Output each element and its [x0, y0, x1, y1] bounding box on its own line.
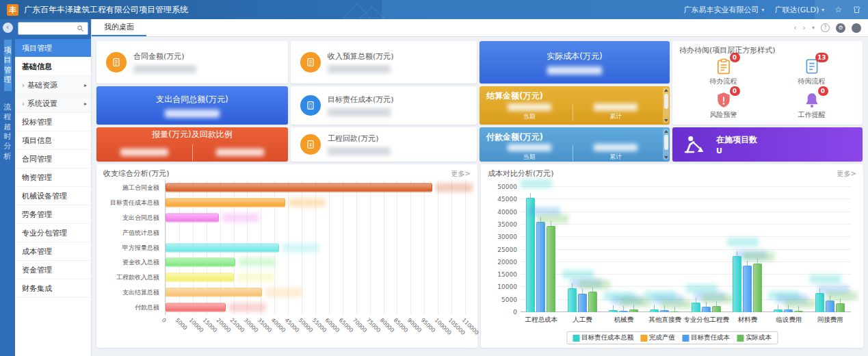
- scroll-down-icon[interactable]: [664, 156, 668, 159]
- bar-工程款收入总额[interactable]: [166, 273, 234, 282]
- bar-付款总额[interactable]: [166, 303, 226, 312]
- sidebar-item-基础信息[interactable]: 基础信息: [15, 58, 91, 76]
- card-scrollbar[interactable]: [663, 88, 669, 123]
- legend-item-目标责任成本[interactable]: 目标责任成本: [682, 333, 730, 342]
- todo-item-风险预警[interactable]: 0风险预警: [679, 89, 767, 123]
- bar-目标责任成本总额-专业分包工程费[interactable]: [692, 303, 700, 312]
- bar-目标责任成本总额-临设费用[interactable]: [774, 309, 782, 312]
- bar-实际成本-专业分包工程费[interactable]: [712, 306, 721, 312]
- card-payment-amount[interactable]: 付款金额(万元) 当期 累计: [479, 127, 670, 162]
- tab-my-desktop[interactable]: 我的桌面: [92, 19, 146, 36]
- sidebar-collapse-button[interactable]: ‹: [3, 23, 13, 33]
- todo-item-待办流程[interactable]: 0待办流程: [679, 55, 767, 89]
- bar-实际成本-临设费用[interactable]: [794, 311, 803, 312]
- card-contract-amount[interactable]: 合同金额(万元): [96, 41, 288, 84]
- bar-目标责任成本总额-材料费[interactable]: [733, 256, 741, 312]
- more-link[interactable]: 更多>: [451, 169, 471, 179]
- bar-目标责任成本总额-机械费[interactable]: [609, 310, 618, 312]
- bar-目标责任成本总额-其他直接费[interactable]: [650, 309, 659, 312]
- scroll-up-icon[interactable]: [664, 89, 668, 92]
- sidebar-item-label: 项目信息: [22, 136, 52, 146]
- tab-nav-forward-icon[interactable]: ›: [803, 24, 806, 31]
- sidebar-item-成本管理[interactable]: 成本管理: [15, 242, 91, 261]
- theme-shirt-icon[interactable]: [852, 5, 861, 14]
- legend-item-目标责任成本总额[interactable]: 目标责任成本总额: [573, 333, 633, 342]
- bar-甲方报量总额[interactable]: [166, 243, 279, 252]
- more-link[interactable]: 更多>: [837, 169, 856, 179]
- sidebar-item-项目管理[interactable]: 项目管理: [15, 39, 91, 58]
- bar-目标责任成本-材料费[interactable]: [743, 266, 752, 312]
- sidebar-item-劳务管理[interactable]: 劳务管理: [15, 205, 91, 224]
- sidebar-item-资金管理[interactable]: 资金管理: [15, 261, 91, 279]
- x-category-label: 机械费: [614, 316, 634, 325]
- bar-目标责任成本-其他直接费[interactable]: [660, 310, 669, 312]
- bar-目标责任成本-机械费[interactable]: [619, 311, 628, 312]
- bar-目标责任成本总额-人工费[interactable]: [568, 288, 577, 312]
- x-tick-label: 45000: [283, 317, 300, 333]
- bar-实际成本-其他直接费[interactable]: [670, 312, 679, 312]
- bar-实际成本-工程总成本[interactable]: [547, 226, 555, 312]
- tab-list-dropdown-icon[interactable]: ▾: [812, 25, 815, 31]
- rail-item-项目管理[interactable]: 项目管理: [4, 40, 12, 91]
- profile-avatar-icon[interactable]: [852, 23, 861, 33]
- bar-实际成本-材料费[interactable]: [753, 264, 762, 312]
- scroll-thumb[interactable]: [664, 135, 668, 150]
- card-income-budget-total[interactable]: 收入预算总额(万元): [291, 41, 477, 84]
- sidebar-item-专业分包管理[interactable]: 专业分包管理: [15, 224, 91, 242]
- badge-count: 13: [815, 53, 828, 62]
- sidebar-item-财务集成[interactable]: 财务集成: [15, 279, 91, 298]
- card-target-responsibility-cost[interactable]: 目标责任成本(万元): [291, 86, 477, 125]
- sidebar-item-投标管理[interactable]: 投标管理: [15, 113, 91, 131]
- legend-item-完成产值[interactable]: 完成产值: [640, 333, 675, 342]
- todo-item-待阅流程[interactable]: 13待阅流程: [767, 55, 856, 89]
- gridline: [521, 236, 851, 237]
- card-settlement-amount[interactable]: 结算金额(万元) 当期 累计: [479, 86, 670, 125]
- bar-目标责任成本-临设费用[interactable]: [784, 309, 793, 312]
- whisker-line: [654, 305, 655, 309]
- gridline: [521, 249, 851, 250]
- card-actual-cost[interactable]: 实际成本(万元): [479, 41, 670, 84]
- bar-实际成本-机械费[interactable]: [629, 309, 638, 312]
- bar-资金收入总额[interactable]: [166, 258, 235, 267]
- sidebar-item-项目信息[interactable]: 项目信息: [15, 131, 91, 150]
- bar-目标责任成本-人工费[interactable]: [578, 294, 587, 312]
- bar-施工合同金额[interactable]: [166, 183, 432, 192]
- company-switcher[interactable]: 广东易丰实业有限公司 ▾: [683, 5, 764, 15]
- todo-item-工作提醒[interactable]: 0工作提醒: [767, 89, 856, 123]
- bar-支出结算总额[interactable]: [166, 288, 262, 297]
- card-scrollbar[interactable]: [663, 129, 669, 160]
- card-report-and-ratio[interactable]: 报量(万元)及回款比例: [96, 127, 288, 162]
- bar-实际成本-人工费[interactable]: [588, 292, 597, 312]
- mountain-watermark-icon: [337, 1, 391, 18]
- todo-item-label: 风险预警: [710, 110, 737, 120]
- card-project-receipt[interactable]: 工程回款(万元): [291, 127, 477, 162]
- x-category-label: 临设费用: [776, 316, 802, 325]
- scroll-up-icon[interactable]: [664, 130, 668, 133]
- search-input[interactable]: [22, 25, 77, 32]
- user-menu[interactable]: 广联达(GLD) ▾: [775, 5, 825, 15]
- scroll-thumb[interactable]: [664, 94, 668, 109]
- bar-目标责任成本总额-间接费用[interactable]: [815, 293, 824, 312]
- sidebar-item-物资管理[interactable]: 物资管理: [15, 168, 91, 187]
- favorite-star-icon[interactable]: ☆: [834, 5, 842, 14]
- bar-支出合同总额[interactable]: [166, 213, 219, 222]
- bar-目标责任成本-间接费用[interactable]: [826, 301, 834, 312]
- tab-nav-back-icon[interactable]: ‹: [793, 24, 796, 31]
- card-active-projects[interactable]: 在施项目数 U: [672, 127, 863, 162]
- redacted-value: [328, 108, 391, 116]
- sidebar-item-合同管理[interactable]: 合同管理: [15, 150, 91, 168]
- card-title: 报量(万元)及回款比例: [152, 129, 232, 140]
- card-expense-contract-total[interactable]: 支出合同总额(万元): [96, 86, 288, 125]
- bar-目标责任成本-专业分包工程费[interactable]: [702, 307, 711, 312]
- scroll-down-icon[interactable]: [664, 119, 668, 122]
- rail-item-流程超时分析[interactable]: 流程超时分析: [4, 97, 12, 168]
- bar-目标责任成本总额[interactable]: [166, 198, 285, 207]
- sidebar-item-机械设备管理[interactable]: 机械设备管理: [15, 187, 91, 205]
- help-icon[interactable]: ?: [821, 23, 830, 32]
- sidebar-item-系统设置[interactable]: ›系统设置▸: [15, 94, 91, 113]
- settings-gear-icon[interactable]: ⚙: [836, 23, 845, 33]
- bar-目标责任成本-工程总成本[interactable]: [536, 222, 545, 312]
- bar-实际成本-间接费用[interactable]: [836, 303, 845, 312]
- sidebar-item-基础资源[interactable]: ›基础资源▸: [15, 76, 91, 94]
- legend-item-实际成本[interactable]: 实际成本: [737, 333, 772, 342]
